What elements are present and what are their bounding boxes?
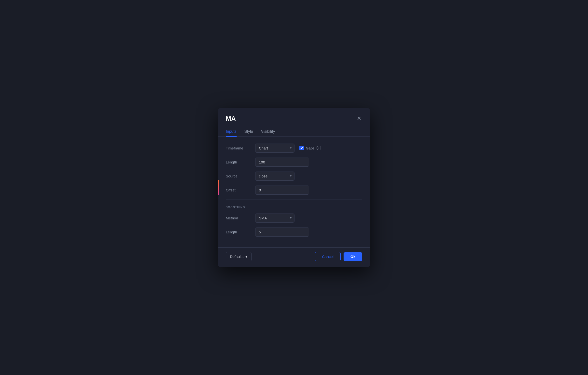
dialog-title: MA bbox=[226, 115, 236, 122]
method-label: Method bbox=[226, 216, 255, 220]
cancel-button[interactable]: Cancel bbox=[315, 252, 341, 261]
timeframe-select-wrapper: Chart 1m 5m 15m 1h 4h 1D 1W ▾ bbox=[255, 144, 294, 153]
smoothing-length-row: Length bbox=[226, 228, 362, 237]
method-select-wrapper: SMA EMA WMA RMA VWMA ▾ bbox=[255, 214, 294, 223]
footer-actions: Cancel Ok bbox=[315, 252, 362, 261]
checkmark-icon bbox=[300, 147, 303, 149]
gaps-group: Gaps i bbox=[299, 146, 321, 150]
timeframe-row: Timeframe Chart 1m 5m 15m 1h 4h 1D 1W ▾ bbox=[226, 144, 362, 153]
source-row: Source close open high low hl2 hlc3 ohlc… bbox=[226, 172, 362, 181]
smoothing-length-input[interactable] bbox=[255, 228, 309, 237]
ok-button[interactable]: Ok bbox=[344, 252, 362, 261]
tab-style[interactable]: Style bbox=[244, 127, 253, 137]
timeframe-label: Timeframe bbox=[226, 146, 255, 150]
source-select[interactable]: close open high low hl2 hlc3 ohlc4 bbox=[255, 172, 294, 181]
tab-visibility[interactable]: Visibility bbox=[261, 127, 275, 137]
smoothing-length-label: Length bbox=[226, 230, 255, 234]
ma-dialog: MA ✕ Inputs Style Visibility Timeframe C… bbox=[218, 108, 370, 267]
length-input[interactable] bbox=[255, 158, 309, 167]
defaults-label: Defaults bbox=[230, 254, 243, 259]
dialog-body: Timeframe Chart 1m 5m 15m 1h 4h 1D 1W ▾ bbox=[218, 137, 370, 247]
accent-bar bbox=[218, 180, 219, 195]
gaps-checkbox[interactable] bbox=[299, 146, 304, 150]
tab-inputs[interactable]: Inputs bbox=[226, 127, 237, 137]
tabs-container: Inputs Style Visibility bbox=[218, 127, 370, 137]
timeframe-select[interactable]: Chart 1m 5m 15m 1h 4h 1D 1W bbox=[255, 144, 294, 153]
method-row: Method SMA EMA WMA RMA VWMA ▾ bbox=[226, 214, 362, 223]
source-select-wrapper: close open high low hl2 hlc3 ohlc4 ▾ bbox=[255, 172, 294, 181]
defaults-chevron-icon: ▾ bbox=[245, 254, 247, 259]
smoothing-section-label: SMOOTHING bbox=[226, 206, 362, 209]
length-row: Length bbox=[226, 158, 362, 167]
close-button[interactable]: ✕ bbox=[356, 115, 362, 122]
offset-row: Offset bbox=[226, 186, 362, 195]
gaps-info-icon[interactable]: i bbox=[317, 146, 321, 150]
source-label: Source bbox=[226, 174, 255, 178]
defaults-button[interactable]: Defaults ▾ bbox=[226, 252, 252, 261]
offset-label: Offset bbox=[226, 188, 255, 192]
dialog-footer: Defaults ▾ Cancel Ok bbox=[218, 247, 370, 267]
gaps-label: Gaps bbox=[306, 146, 315, 150]
offset-input[interactable] bbox=[255, 186, 309, 195]
length-label: Length bbox=[226, 160, 255, 164]
timeframe-controls: Chart 1m 5m 15m 1h 4h 1D 1W ▾ bbox=[255, 144, 362, 153]
section-divider bbox=[226, 200, 362, 200]
method-select[interactable]: SMA EMA WMA RMA VWMA bbox=[255, 214, 294, 223]
dialog-header: MA ✕ bbox=[218, 108, 370, 122]
close-icon: ✕ bbox=[357, 116, 361, 121]
